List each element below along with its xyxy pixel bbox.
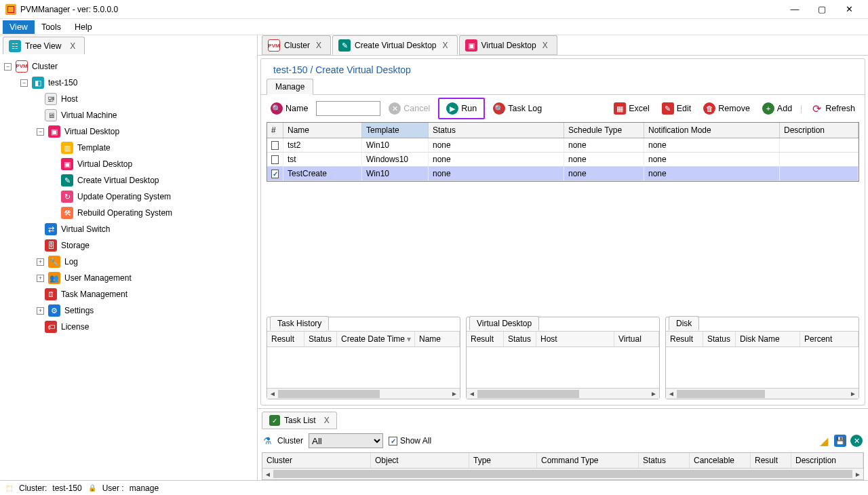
maximize-button[interactable]: ▢	[808, 0, 835, 19]
tree-reb[interactable]: Rebuild Operating System	[77, 206, 172, 220]
tree-view-close[interactable]: X	[68, 41, 77, 51]
row-checkbox[interactable]	[271, 155, 279, 164]
tree-toggle-vd[interactable]: −	[37, 128, 44, 136]
tree-license[interactable]: License	[61, 320, 89, 334]
tab-vd[interactable]: ▣ Virtual Desktop X	[459, 35, 557, 55]
tree-switch[interactable]: Virtual Switch	[61, 222, 110, 236]
tree-toggle-cluster[interactable]: −	[4, 63, 12, 71]
cancel-button[interactable]: ✕ Cancel	[384, 100, 434, 117]
tlh-object[interactable]: Object	[371, 453, 469, 468]
tree-cvd[interactable]: Create Virtual Desktop	[77, 174, 159, 187]
tab-vd-close[interactable]: X	[540, 41, 550, 50]
col-sched[interactable]: Schedule Type	[564, 123, 644, 138]
col-template[interactable]: Template	[362, 123, 429, 138]
tree-toggle-set[interactable]: +	[37, 307, 44, 315]
ph-result[interactable]: Result	[666, 332, 703, 346]
menu-help[interactable]: Help	[68, 20, 99, 34]
tlh-type[interactable]: Type	[469, 453, 537, 468]
tree-toggle-node[interactable]: −	[20, 79, 28, 87]
tree-upd[interactable]: Update Operating System	[77, 190, 171, 203]
tree-host[interactable]: Host	[61, 92, 78, 106]
tree-log[interactable]: Log	[64, 255, 78, 269]
tree-node[interactable]: test-150	[48, 76, 77, 90]
cell-notif: none	[644, 167, 780, 180]
tree-toggle-log[interactable]: +	[37, 258, 44, 266]
tree-settings[interactable]: Settings	[64, 304, 94, 317]
tasklist-close[interactable]: X	[324, 416, 330, 425]
subtab-manage[interactable]: Manage	[267, 79, 313, 95]
ph-result[interactable]: Result	[267, 332, 304, 346]
clear-icon[interactable]: ✕	[850, 435, 863, 447]
tab-cluster-close[interactable]: X	[314, 41, 323, 50]
name-input[interactable]	[316, 101, 380, 116]
panel-history-tab[interactable]: Task History	[270, 316, 329, 330]
ph-status[interactable]: Status	[504, 332, 536, 346]
license-icon: 🏷	[45, 321, 57, 333]
ph-cdt[interactable]: Create Date Time ▾	[337, 332, 415, 346]
col-name[interactable]: Name	[283, 123, 362, 138]
run-label: Run	[461, 104, 477, 113]
tree-view-tab[interactable]: ☷ Tree View X	[3, 37, 85, 54]
hscroll[interactable]: ◄►	[467, 388, 659, 399]
tree-toggle-usr[interactable]: +	[37, 275, 44, 282]
tab-cluster[interactable]: PVM Cluster X	[262, 35, 331, 55]
edit-icon: ✎	[662, 102, 674, 115]
close-button[interactable]: ✕	[835, 0, 863, 19]
col-num[interactable]: #	[267, 123, 283, 138]
tlh-cancel[interactable]: Cancelable	[690, 453, 751, 468]
edit-button[interactable]: ✎ Edit	[658, 100, 696, 117]
tlh-result[interactable]: Result	[751, 453, 791, 468]
tasklog-button[interactable]: 🔍 Task Log	[489, 100, 546, 117]
tlh-status[interactable]: Status	[639, 453, 690, 468]
refresh-button[interactable]: ⟳ Refresh	[806, 100, 859, 117]
row-checkbox[interactable]	[271, 170, 279, 178]
ph-status[interactable]: Status	[703, 332, 736, 346]
minimize-button[interactable]: —	[781, 0, 808, 19]
panel-vd-tab[interactable]: Virtual Desktop	[469, 316, 539, 330]
menu-tools[interactable]: Tools	[35, 20, 68, 34]
tab-cvd-close[interactable]: X	[441, 41, 450, 50]
tree-template[interactable]: Template	[77, 141, 111, 155]
col-desc[interactable]: Description	[780, 123, 859, 138]
tlh-cluster[interactable]: Cluster	[262, 453, 371, 468]
add-button[interactable]: + Add	[758, 100, 796, 117]
ph-pct[interactable]: Percent	[800, 332, 859, 346]
ph-vd[interactable]: Virtual	[614, 332, 659, 346]
user-icon: 👥	[48, 272, 60, 284]
remove-button[interactable]: 🗑 Remove	[699, 100, 754, 117]
tasklist-tab[interactable]: ✓ Task List X	[262, 412, 337, 429]
menu-view[interactable]: View	[3, 20, 35, 34]
table-row[interactable]: tst2 Win10 none none none	[267, 138, 859, 153]
col-status[interactable]: Status	[429, 123, 564, 138]
table-row[interactable]: TestCreate Win10 none none none	[267, 167, 859, 181]
table-row[interactable]: tst Windows10 none none none	[267, 153, 859, 167]
tree-storage[interactable]: Storage	[61, 239, 90, 252]
tree-cluster[interactable]: Cluster	[32, 60, 58, 73]
tlh-desc[interactable]: Description	[791, 453, 863, 468]
hscroll[interactable]: ◄►	[666, 388, 859, 399]
tasklist-hscroll[interactable]: ◄►	[262, 469, 863, 479]
tree-vd[interactable]: Virtual Desktop	[64, 125, 119, 138]
run-button[interactable]: ▶ Run	[442, 100, 481, 117]
tlh-cmd[interactable]: Command Type	[537, 453, 639, 468]
showall-checkbox[interactable]: Show All	[389, 436, 431, 446]
tree-vdesktop[interactable]: Virtual Desktop	[77, 157, 132, 171]
excel-button[interactable]: ▦ Excel	[610, 100, 654, 117]
row-checkbox[interactable]	[271, 141, 279, 150]
tree-vm[interactable]: Virtual Machine	[61, 108, 117, 122]
tree-usr[interactable]: User Management	[64, 271, 132, 285]
ph-result[interactable]: Result	[467, 332, 504, 346]
ph-name[interactable]: Name	[415, 332, 460, 346]
panel-disk-tab[interactable]: Disk	[669, 316, 699, 330]
erase-icon[interactable]: ◢	[818, 435, 830, 447]
ph-dname[interactable]: Disk Name	[736, 332, 800, 346]
cluster-filter-select[interactable]: All	[309, 433, 383, 448]
tab-cvd[interactable]: ✎ Create Virtual Desktop X	[332, 35, 458, 55]
hscroll[interactable]: ◄►	[267, 388, 460, 399]
ph-host[interactable]: Host	[536, 332, 614, 346]
col-notif[interactable]: Notification Mode	[644, 123, 780, 138]
ph-status[interactable]: Status	[304, 332, 337, 346]
node-icon: ◧	[32, 77, 44, 89]
save-icon[interactable]: 💾	[834, 435, 846, 447]
tree-task[interactable]: Task Management	[61, 288, 127, 301]
